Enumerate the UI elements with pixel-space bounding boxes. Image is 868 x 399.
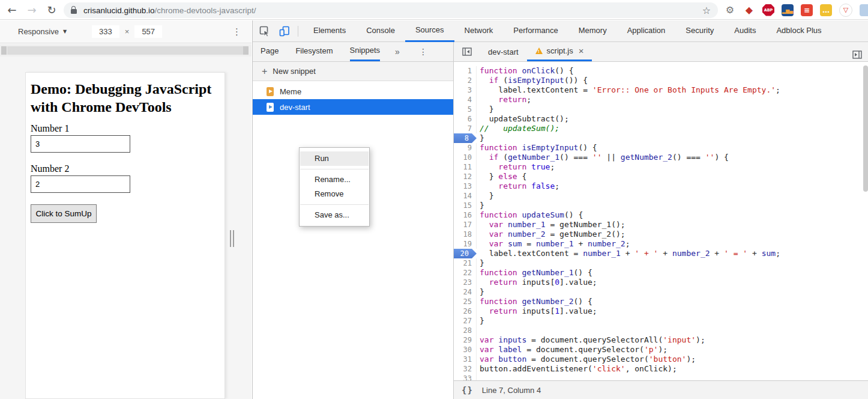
code-text[interactable]: return true;: [477, 162, 555, 172]
code-text[interactable]: function onClick() {: [477, 66, 574, 76]
code-text[interactable]: }: [477, 201, 484, 210]
tab-memory[interactable]: Memory: [568, 20, 617, 42]
close-tab-icon[interactable]: ×: [579, 46, 584, 56]
address-bar[interactable]: crisanlucid.github.io/chrome-devtools-ja…: [64, 2, 718, 18]
breakpoint-marker-line-20[interactable]: 20: [454, 249, 477, 258]
device-type-dropdown[interactable]: Responsive ▼: [18, 27, 67, 36]
menu-item-run[interactable]: Run: [300, 151, 369, 166]
code-text[interactable]: }: [477, 258, 484, 268]
code-text[interactable]: } else {: [477, 172, 526, 181]
code-text[interactable]: return;: [477, 95, 531, 105]
navigator-tab-page[interactable]: Page: [261, 42, 279, 61]
navigator-tab-snippets[interactable]: Snippets: [350, 42, 381, 61]
line-number[interactable]: 25: [454, 297, 477, 306]
tab-performance[interactable]: Performance: [503, 20, 568, 42]
line-number[interactable]: 26: [454, 306, 477, 316]
line-number[interactable]: 24: [454, 287, 477, 297]
forward-button[interactable]: →: [24, 2, 40, 17]
collapse-navigator-button[interactable]: [459, 44, 475, 59]
code-text[interactable]: var inputs = document.querySelectorAll('…: [477, 335, 705, 345]
back-button[interactable]: ←: [4, 2, 20, 17]
line-number[interactable]: 6: [454, 114, 477, 124]
line-number[interactable]: 12: [454, 172, 477, 181]
shield-extension-icon[interactable]: ▽: [839, 4, 852, 17]
code-text[interactable]: return inputs[0].value;: [477, 278, 597, 287]
code-text[interactable]: if (getNumber_1() === '' || getNumber_2(…: [477, 153, 729, 162]
clipped-extension-icon[interactable]: [860, 4, 868, 16]
line-number[interactable]: 7: [454, 124, 477, 133]
code-text[interactable]: // updateSum();: [477, 124, 559, 133]
menu-item-save-as[interactable]: Save as...: [300, 208, 369, 222]
tab-console[interactable]: Console: [356, 20, 405, 42]
code-text[interactable]: function getNumber_2() {: [477, 297, 592, 306]
line-number[interactable]: 3: [454, 85, 477, 95]
line-number[interactable]: 23: [454, 278, 477, 287]
line-number[interactable]: 33: [454, 374, 477, 380]
snippet-item-dev-start[interactable]: dev-start: [253, 99, 453, 115]
resize-gripper[interactable]: [230, 230, 234, 247]
reload-button[interactable]: ↻: [44, 2, 59, 17]
line-number[interactable]: 28: [454, 326, 477, 335]
tab-elements[interactable]: Elements: [303, 20, 356, 42]
code-text[interactable]: label.textContent = 'Error:: One or Both…: [477, 85, 780, 95]
tab-audits[interactable]: Audits: [724, 20, 766, 42]
line-number[interactable]: 18: [454, 230, 477, 239]
device-height-input[interactable]: 557: [134, 25, 162, 38]
line-number[interactable]: 1: [454, 66, 477, 76]
code-text[interactable]: return inputs[1].value;: [477, 306, 597, 316]
navigator-menu-icon[interactable]: ⋮: [419, 47, 427, 56]
number-1-input[interactable]: [31, 135, 130, 153]
tab-network[interactable]: Network: [454, 20, 504, 42]
breakpoint-marker-line-8[interactable]: 8: [454, 133, 477, 143]
more-extension-icon[interactable]: …: [820, 4, 832, 16]
code-text[interactable]: return false;: [477, 181, 559, 191]
show-debugger-sidebar-button[interactable]: [849, 47, 865, 62]
line-number[interactable]: 22: [454, 268, 477, 278]
code-text[interactable]: }: [477, 105, 493, 114]
code-text[interactable]: }: [477, 133, 484, 143]
code-text[interactable]: [477, 374, 480, 380]
code-text[interactable]: label.textContent = number_1 + ' + ' + n…: [477, 249, 780, 258]
editor-tab-dev-start[interactable]: dev-start: [480, 42, 527, 61]
number-2-input[interactable]: [31, 175, 130, 193]
line-number[interactable]: 21: [454, 258, 477, 268]
code-text[interactable]: [477, 326, 480, 335]
line-number[interactable]: 2: [454, 76, 477, 85]
code-text[interactable]: button.addEventListener('click', onClick…: [477, 364, 677, 374]
line-number[interactable]: 29: [454, 335, 477, 345]
tab-adblock-plus[interactable]: Adblock Plus: [766, 20, 831, 42]
code-text[interactable]: var button = document.querySelector('but…: [477, 355, 696, 364]
line-number[interactable]: 31: [454, 355, 477, 364]
adblock-plus-extension-icon[interactable]: ABP: [762, 4, 774, 16]
line-number[interactable]: 4: [454, 95, 477, 105]
new-snippet-button[interactable]: + New snippet: [253, 62, 453, 81]
snippet-item-meme[interactable]: Meme: [253, 84, 453, 99]
code-text[interactable]: var label = document.querySelector('p');: [477, 345, 668, 355]
todoist-extension-icon[interactable]: ≡: [801, 4, 813, 16]
tab-security[interactable]: Security: [675, 20, 724, 42]
menu-item-rename[interactable]: Rename...: [300, 172, 369, 187]
stats-extension-icon[interactable]: ▂▆▄: [782, 4, 794, 16]
tab-sources[interactable]: Sources: [405, 20, 454, 42]
line-number[interactable]: 9: [454, 143, 477, 153]
line-number[interactable]: 17: [454, 220, 477, 230]
line-number[interactable]: 27: [454, 316, 477, 326]
line-number[interactable]: 13: [454, 181, 477, 191]
code-text[interactable]: function getNumber_1() {: [477, 268, 592, 278]
line-number[interactable]: 10: [454, 153, 477, 162]
line-number[interactable]: 15: [454, 201, 477, 210]
pretty-print-icon[interactable]: {}: [462, 385, 473, 395]
editor-tab-script-js[interactable]: script.js ×: [527, 42, 592, 61]
code-text[interactable]: var sum = number_1 + number_2;: [477, 239, 630, 249]
toggle-device-toolbar-button[interactable]: [277, 23, 292, 39]
line-number[interactable]: 5: [454, 105, 477, 114]
scrollbar-thumb[interactable]: [7, 46, 243, 55]
code-text[interactable]: function updateSum() {: [477, 210, 583, 220]
gear-extension-icon[interactable]: ⚙: [724, 4, 736, 16]
code-text[interactable]: function isEmptyInput() {: [477, 143, 597, 153]
code-text[interactable]: }: [477, 316, 484, 326]
code-text[interactable]: if (isEmptyInput()) {: [477, 76, 588, 85]
code-text[interactable]: }: [477, 287, 484, 297]
line-number[interactable]: 32: [454, 364, 477, 374]
line-number[interactable]: 14: [454, 191, 477, 201]
